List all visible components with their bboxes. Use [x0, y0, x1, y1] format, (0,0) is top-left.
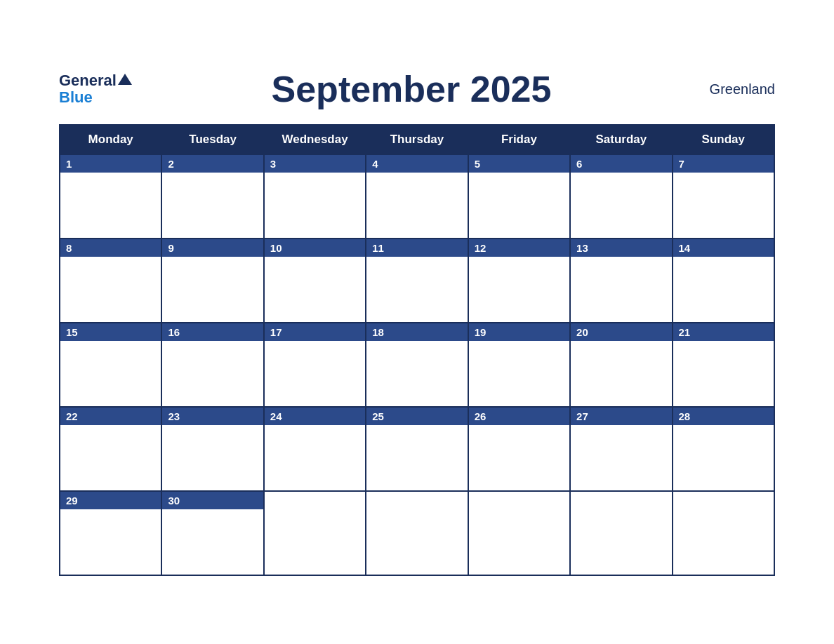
date-number: 29 — [60, 492, 161, 509]
date-content — [571, 173, 671, 236]
date-content — [469, 341, 569, 404]
date-content — [673, 341, 774, 404]
date-number: 16 — [162, 323, 263, 341]
calendar-cell[interactable]: 14 — [673, 239, 774, 323]
calendar-cell[interactable]: 17 — [264, 323, 366, 407]
calendar-cell[interactable]: 15 — [60, 323, 161, 407]
calendar-cell[interactable]: 12 — [468, 239, 570, 323]
week-row-4: 22 23 24 25 26 27 28 — [60, 407, 774, 491]
calendar-cell[interactable]: 26 — [468, 407, 570, 491]
date-content — [366, 257, 467, 320]
date-number: 7 — [673, 155, 774, 173]
date-content — [60, 257, 161, 320]
date-content — [673, 173, 774, 236]
header-saturday: Saturday — [570, 125, 672, 154]
date-number: 15 — [60, 323, 161, 341]
calendar-cell[interactable]: 30 — [161, 491, 263, 575]
calendar-cell[interactable]: 3 — [264, 154, 366, 239]
calendar-cell[interactable]: 21 — [673, 323, 774, 407]
calendar-cell[interactable]: 20 — [570, 323, 672, 407]
calendar-cell[interactable]: 11 — [366, 239, 468, 323]
date-content — [571, 341, 671, 404]
week-row-2: 8 9 10 11 12 13 14 — [60, 239, 774, 323]
header-monday: Monday — [60, 125, 161, 154]
header-tuesday: Tuesday — [161, 125, 263, 154]
calendar-cell[interactable]: 0 — [673, 491, 774, 575]
date-content — [366, 341, 467, 404]
calendar-cell[interactable]: 9 — [161, 239, 263, 323]
logo-general-text: General — [59, 72, 117, 89]
date-number: 1 — [60, 155, 161, 173]
calendar-cell[interactable]: 6 — [570, 154, 672, 239]
date-number: 18 — [366, 323, 467, 341]
calendar-cell[interactable]: 22 — [60, 407, 161, 491]
weekday-header-row: Monday Tuesday Wednesday Thursday Friday… — [60, 125, 774, 154]
date-number: 9 — [162, 239, 263, 257]
date-number: 22 — [60, 408, 161, 425]
date-content — [162, 509, 263, 572]
calendar-cell[interactable]: 0 — [468, 491, 570, 575]
calendar-cell[interactable]: 18 — [366, 323, 468, 407]
logo-blue-text: Blue — [59, 89, 93, 106]
calendar-cell[interactable]: 1 — [60, 154, 161, 239]
date-number: 8 — [60, 239, 161, 257]
date-content — [162, 173, 263, 236]
calendar-page: General Blue September 2025 Greenland Mo… — [31, 47, 803, 597]
date-number: 3 — [265, 155, 365, 173]
date-content — [571, 425, 671, 488]
calendar-cell[interactable]: 10 — [264, 239, 366, 323]
calendar-cell[interactable]: 8 — [60, 239, 161, 323]
week-row-3: 15 16 17 18 19 20 21 — [60, 323, 774, 407]
date-content — [60, 509, 161, 572]
week-row-5: 29 30 00000 — [60, 491, 774, 575]
calendar-table: Monday Tuesday Wednesday Thursday Friday… — [59, 124, 775, 576]
calendar-cell[interactable]: 19 — [468, 323, 570, 407]
calendar-cell[interactable]: 29 — [60, 491, 161, 575]
date-number: 4 — [366, 155, 467, 173]
date-number: 21 — [673, 323, 774, 341]
calendar-cell[interactable]: 28 — [673, 407, 774, 491]
date-number: 17 — [265, 323, 365, 341]
date-number: 24 — [265, 408, 365, 425]
date-number: 23 — [162, 408, 263, 425]
date-content — [162, 425, 263, 488]
date-number: 2 — [162, 155, 263, 173]
date-content — [469, 425, 569, 488]
date-number: 6 — [571, 155, 671, 173]
date-number: 5 — [469, 155, 569, 173]
calendar-cell[interactable]: 23 — [161, 407, 263, 491]
calendar-cell[interactable]: 0 — [366, 491, 468, 575]
header-friday: Friday — [468, 125, 570, 154]
date-number: 11 — [366, 239, 467, 257]
date-content — [265, 257, 365, 320]
calendar-cell[interactable]: 16 — [161, 323, 263, 407]
date-number: 27 — [571, 408, 671, 425]
date-content — [366, 173, 467, 236]
calendar-cell[interactable]: 0 — [570, 491, 672, 575]
calendar-cell[interactable]: 0 — [264, 491, 366, 575]
date-number: 28 — [673, 408, 774, 425]
logo: General Blue — [59, 72, 132, 106]
date-content — [571, 257, 671, 320]
date-content — [469, 257, 569, 320]
calendar-cell[interactable]: 7 — [673, 154, 774, 239]
date-content — [469, 173, 569, 236]
calendar-cell[interactable]: 13 — [570, 239, 672, 323]
date-number: 20 — [571, 323, 671, 341]
date-number: 13 — [571, 239, 671, 257]
header-wednesday: Wednesday — [264, 125, 366, 154]
calendar-cell[interactable]: 25 — [366, 407, 468, 491]
calendar-cell[interactable]: 4 — [366, 154, 468, 239]
date-content — [673, 257, 774, 320]
date-number: 25 — [366, 408, 467, 425]
date-number: 26 — [469, 408, 569, 425]
date-content — [265, 341, 365, 404]
calendar-cell[interactable]: 24 — [264, 407, 366, 491]
week-row-1: 1 2 3 4 5 6 7 — [60, 154, 774, 239]
date-content — [265, 425, 365, 488]
calendar-cell[interactable]: 27 — [570, 407, 672, 491]
calendar-cell[interactable]: 2 — [161, 154, 263, 239]
header-thursday: Thursday — [366, 125, 468, 154]
date-content — [162, 341, 263, 404]
calendar-cell[interactable]: 5 — [468, 154, 570, 239]
